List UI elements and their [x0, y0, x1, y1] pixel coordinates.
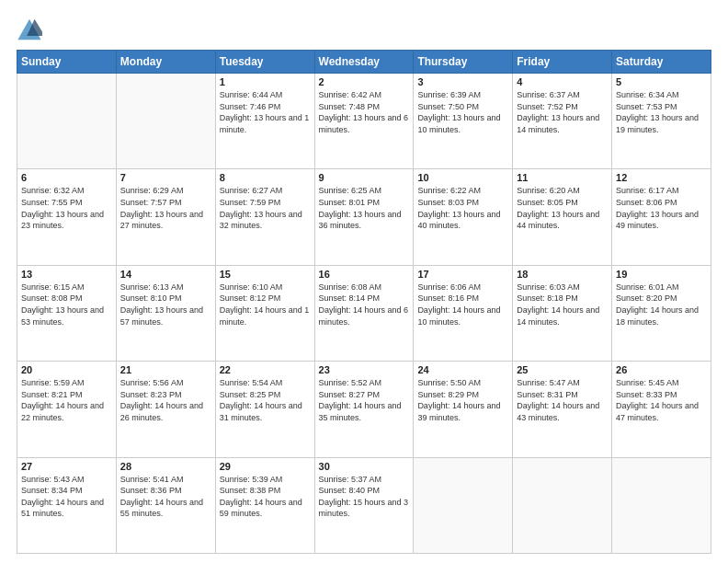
calendar-cell: 14Sunrise: 6:13 AM Sunset: 8:10 PM Dayli… — [116, 265, 215, 361]
day-info: Sunrise: 6:10 AM Sunset: 8:12 PM Dayligh… — [220, 282, 311, 327]
calendar-cell: 12Sunrise: 6:17 AM Sunset: 8:06 PM Dayli… — [612, 169, 711, 265]
calendar-cell: 11Sunrise: 6:20 AM Sunset: 8:05 PM Dayli… — [513, 169, 612, 265]
calendar-cell: 8Sunrise: 6:27 AM Sunset: 7:59 PM Daylig… — [215, 169, 314, 265]
day-number: 11 — [517, 172, 608, 183]
day-number: 13 — [21, 269, 112, 280]
weekday-header-tuesday: Tuesday — [215, 51, 314, 74]
day-number: 23 — [319, 364, 410, 375]
day-number: 4 — [517, 76, 608, 87]
day-number: 30 — [319, 461, 410, 472]
day-number: 24 — [417, 364, 508, 375]
calendar-cell: 5Sunrise: 6:34 AM Sunset: 7:53 PM Daylig… — [612, 74, 711, 169]
day-number: 7 — [120, 172, 211, 183]
day-number: 5 — [616, 76, 707, 87]
weekday-header-wednesday: Wednesday — [314, 51, 414, 74]
calendar-cell: 28Sunrise: 5:41 AM Sunset: 8:36 PM Dayli… — [116, 457, 215, 553]
calendar-week-row: 13Sunrise: 6:15 AM Sunset: 8:08 PM Dayli… — [17, 265, 711, 361]
page-header — [17, 17, 711, 42]
day-info: Sunrise: 5:47 AM Sunset: 8:31 PM Dayligh… — [517, 377, 608, 423]
calendar-cell: 24Sunrise: 5:50 AM Sunset: 8:29 PM Dayli… — [414, 362, 513, 457]
calendar-cell — [116, 74, 215, 169]
calendar-cell — [414, 457, 513, 553]
day-number: 2 — [319, 76, 410, 87]
day-info: Sunrise: 5:52 AM Sunset: 8:27 PM Dayligh… — [319, 377, 410, 423]
day-number: 27 — [21, 461, 112, 472]
day-number: 14 — [120, 269, 211, 280]
calendar-cell: 18Sunrise: 6:03 AM Sunset: 8:18 PM Dayli… — [513, 265, 612, 361]
calendar-cell: 27Sunrise: 5:43 AM Sunset: 8:34 PM Dayli… — [17, 457, 117, 553]
calendar-cell: 3Sunrise: 6:39 AM Sunset: 7:50 PM Daylig… — [414, 74, 513, 169]
calendar-cell: 4Sunrise: 6:37 AM Sunset: 7:52 PM Daylig… — [513, 74, 612, 169]
day-info: Sunrise: 6:01 AM Sunset: 8:20 PM Dayligh… — [616, 282, 707, 327]
day-info: Sunrise: 5:54 AM Sunset: 8:25 PM Dayligh… — [220, 377, 311, 423]
day-info: Sunrise: 6:03 AM Sunset: 8:18 PM Dayligh… — [517, 282, 608, 327]
day-info: Sunrise: 6:22 AM Sunset: 8:03 PM Dayligh… — [417, 185, 508, 231]
calendar-cell: 25Sunrise: 5:47 AM Sunset: 8:31 PM Dayli… — [513, 362, 612, 457]
calendar-cell: 15Sunrise: 6:10 AM Sunset: 8:12 PM Dayli… — [215, 265, 314, 361]
day-info: Sunrise: 6:20 AM Sunset: 8:05 PM Dayligh… — [517, 185, 608, 231]
day-number: 6 — [21, 172, 112, 183]
day-number: 3 — [417, 76, 508, 87]
calendar-week-row: 27Sunrise: 5:43 AM Sunset: 8:34 PM Dayli… — [17, 457, 711, 553]
day-info: Sunrise: 6:06 AM Sunset: 8:16 PM Dayligh… — [417, 282, 508, 327]
calendar-cell: 10Sunrise: 6:22 AM Sunset: 8:03 PM Dayli… — [414, 169, 513, 265]
day-info: Sunrise: 6:44 AM Sunset: 7:46 PM Dayligh… — [220, 89, 311, 135]
day-number: 1 — [220, 76, 311, 87]
day-info: Sunrise: 6:08 AM Sunset: 8:14 PM Dayligh… — [319, 282, 410, 327]
day-number: 29 — [220, 461, 311, 472]
day-info: Sunrise: 6:29 AM Sunset: 7:57 PM Dayligh… — [120, 185, 211, 231]
calendar-week-row: 20Sunrise: 5:59 AM Sunset: 8:21 PM Dayli… — [17, 362, 711, 457]
day-info: Sunrise: 6:13 AM Sunset: 8:10 PM Dayligh… — [120, 282, 211, 327]
calendar-table: SundayMondayTuesdayWednesdayThursdayFrid… — [17, 50, 711, 554]
calendar-cell: 23Sunrise: 5:52 AM Sunset: 8:27 PM Dayli… — [314, 362, 414, 457]
weekday-header-friday: Friday — [513, 51, 612, 74]
day-info: Sunrise: 6:25 AM Sunset: 8:01 PM Dayligh… — [319, 185, 410, 231]
day-number: 19 — [616, 269, 707, 280]
calendar-cell: 26Sunrise: 5:45 AM Sunset: 8:33 PM Dayli… — [612, 362, 711, 457]
day-number: 10 — [417, 172, 508, 183]
logo — [17, 17, 45, 42]
calendar-cell: 9Sunrise: 6:25 AM Sunset: 8:01 PM Daylig… — [314, 169, 414, 265]
day-number: 16 — [319, 269, 410, 280]
day-info: Sunrise: 5:43 AM Sunset: 8:34 PM Dayligh… — [21, 474, 112, 520]
day-info: Sunrise: 5:50 AM Sunset: 8:29 PM Dayligh… — [417, 377, 508, 423]
day-info: Sunrise: 5:37 AM Sunset: 8:40 PM Dayligh… — [319, 474, 410, 520]
logo-icon — [17, 17, 42, 42]
calendar-cell: 22Sunrise: 5:54 AM Sunset: 8:25 PM Dayli… — [215, 362, 314, 457]
day-info: Sunrise: 6:15 AM Sunset: 8:08 PM Dayligh… — [21, 282, 112, 327]
day-number: 18 — [517, 269, 608, 280]
day-number: 28 — [120, 461, 211, 472]
day-info: Sunrise: 5:39 AM Sunset: 8:38 PM Dayligh… — [220, 474, 311, 520]
day-number: 15 — [220, 269, 311, 280]
day-number: 12 — [616, 172, 707, 183]
day-info: Sunrise: 5:59 AM Sunset: 8:21 PM Dayligh… — [21, 377, 112, 423]
day-info: Sunrise: 6:34 AM Sunset: 7:53 PM Dayligh… — [616, 89, 707, 135]
calendar-week-row: 6Sunrise: 6:32 AM Sunset: 7:55 PM Daylig… — [17, 169, 711, 265]
calendar-cell: 30Sunrise: 5:37 AM Sunset: 8:40 PM Dayli… — [314, 457, 414, 553]
calendar-cell: 20Sunrise: 5:59 AM Sunset: 8:21 PM Dayli… — [17, 362, 117, 457]
day-info: Sunrise: 6:27 AM Sunset: 7:59 PM Dayligh… — [220, 185, 311, 231]
calendar-cell: 13Sunrise: 6:15 AM Sunset: 8:08 PM Dayli… — [17, 265, 117, 361]
day-info: Sunrise: 6:42 AM Sunset: 7:48 PM Dayligh… — [319, 89, 410, 135]
calendar-cell — [612, 457, 711, 553]
day-info: Sunrise: 5:41 AM Sunset: 8:36 PM Dayligh… — [120, 474, 211, 520]
calendar-cell: 29Sunrise: 5:39 AM Sunset: 8:38 PM Dayli… — [215, 457, 314, 553]
day-number: 21 — [120, 364, 211, 375]
calendar-week-row: 1Sunrise: 6:44 AM Sunset: 7:46 PM Daylig… — [17, 74, 711, 169]
day-number: 22 — [220, 364, 311, 375]
calendar-cell: 2Sunrise: 6:42 AM Sunset: 7:48 PM Daylig… — [314, 74, 414, 169]
day-info: Sunrise: 6:17 AM Sunset: 8:06 PM Dayligh… — [616, 185, 707, 231]
calendar-cell — [17, 74, 117, 169]
day-info: Sunrise: 5:56 AM Sunset: 8:23 PM Dayligh… — [120, 377, 211, 423]
calendar-cell: 21Sunrise: 5:56 AM Sunset: 8:23 PM Dayli… — [116, 362, 215, 457]
day-info: Sunrise: 5:45 AM Sunset: 8:33 PM Dayligh… — [616, 377, 707, 423]
weekday-header-sunday: Sunday — [17, 51, 117, 74]
weekday-header-row: SundayMondayTuesdayWednesdayThursdayFrid… — [17, 51, 711, 74]
calendar-cell: 17Sunrise: 6:06 AM Sunset: 8:16 PM Dayli… — [414, 265, 513, 361]
day-number: 25 — [517, 364, 608, 375]
calendar-cell: 7Sunrise: 6:29 AM Sunset: 7:57 PM Daylig… — [116, 169, 215, 265]
calendar-cell: 19Sunrise: 6:01 AM Sunset: 8:20 PM Dayli… — [612, 265, 711, 361]
calendar-cell: 1Sunrise: 6:44 AM Sunset: 7:46 PM Daylig… — [215, 74, 314, 169]
day-info: Sunrise: 6:32 AM Sunset: 7:55 PM Dayligh… — [21, 185, 112, 231]
calendar-cell: 16Sunrise: 6:08 AM Sunset: 8:14 PM Dayli… — [314, 265, 414, 361]
